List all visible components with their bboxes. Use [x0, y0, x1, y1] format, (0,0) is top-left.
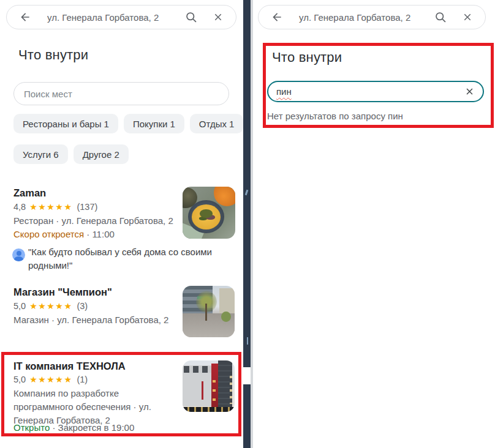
opening-status: Скоро откроется: [13, 229, 84, 239]
pumpkin-soup-photo[interactable]: [183, 187, 235, 239]
chip-shopping[interactable]: Покупки 1: [124, 114, 184, 133]
rating-value: 5,0: [13, 375, 26, 384]
tower-lit-windows: [230, 376, 232, 404]
search-query-text: ул. Генерала Горбатова, 2: [299, 12, 434, 23]
building-render-photo[interactable]: [183, 360, 235, 412]
chip-leisure[interactable]: Отдых 1: [190, 114, 244, 133]
place-name[interactable]: Магазин "Чемпион": [13, 286, 112, 298]
back-arrow-icon[interactable]: [19, 11, 31, 23]
base-shape: [183, 407, 235, 412]
tree-trunk-shape: [205, 304, 207, 321]
window-band-shape: [184, 366, 212, 373]
clear-input-icon[interactable]: [464, 86, 475, 97]
no-results-message: Нет результатов по запросу пин: [267, 111, 403, 121]
place-filter-input[interactable]: пин: [267, 81, 484, 102]
search-bar[interactable]: ул. Генерала Горбатова, 2: [258, 5, 486, 29]
review-quote-line2: родными!": [28, 260, 72, 271]
opening-status: Открыто: [13, 422, 50, 433]
map-label-fragment: [247, 337, 248, 345]
star-icons: ★★★★★: [29, 202, 72, 212]
star-icons: ★★★★★: [29, 301, 72, 311]
left-panel: ул. Генерала Горбатова, 2 Что внутри Рес…: [0, 0, 243, 448]
chip-other[interactable]: Другое 2: [74, 144, 129, 164]
place-search-input[interactable]: [13, 82, 229, 105]
search-bar[interactable]: ул. Генерала Горбатова, 2: [6, 5, 236, 29]
search-icon[interactable]: [185, 11, 198, 24]
bush-shape: [221, 312, 231, 322]
reviewer-avatar-icon: [12, 248, 25, 261]
page-title: Что внутри: [272, 50, 342, 65]
category-chip-row-2: Услуги 6 Другое 2: [13, 144, 129, 164]
chip-restaurants[interactable]: Рестораны и бары 1: [13, 114, 118, 133]
red-panel-windows: [213, 373, 216, 401]
opening-detail: · Закроется в 19:00: [50, 422, 134, 433]
building-right-shape: [219, 288, 235, 314]
opening-detail: · 11:00: [84, 229, 115, 239]
search-icon[interactable]: [434, 11, 447, 24]
category-line2: программного обеспечения · ул.: [13, 400, 151, 414]
review-quote-line1: "Как будто побывал у себя дома со своими: [28, 247, 212, 257]
rating-row: 5,0 ★★★★★ (3): [13, 301, 88, 311]
category-address: Ресторан · ул. Генерала Горбатова, 2: [13, 215, 173, 226]
category-address: Магазин · ул. Генерала Горбатова, 2: [13, 315, 168, 325]
star-icons: ★★★★★: [29, 375, 72, 384]
map-control-fragment: [243, 367, 251, 384]
hours-row: Скоро откроется · 11:00: [13, 229, 115, 239]
place-name[interactable]: IT компания ТЕХНОЛА: [13, 360, 126, 372]
rating-value: 5,0: [13, 301, 26, 311]
rating-value: 4,8: [13, 202, 26, 212]
street-view-photo[interactable]: [183, 286, 235, 337]
review-count: (3): [77, 301, 88, 311]
chip-services[interactable]: Услуги 6: [13, 144, 68, 164]
rating-row: 5,0 ★★★★★ (1): [13, 375, 88, 384]
hours-row: Открыто · Закроется в 19:00: [13, 422, 134, 433]
filter-input-value: пин: [276, 86, 292, 97]
close-icon[interactable]: [213, 12, 224, 23]
right-panel: ул. Генерала Горбатова, 2 Что внутри: [253, 0, 495, 448]
search-query-text: ул. Генерала Горбатова, 2: [47, 12, 185, 23]
category-chip-row-1: Рестораны и бары 1 Покупки 1 Отдых 1: [13, 114, 243, 133]
rating-row: 4,8 ★★★★★ (137): [13, 202, 97, 212]
close-icon[interactable]: [462, 12, 473, 23]
place-name[interactable]: Zaman: [13, 187, 46, 199]
page-title: Что внутри: [18, 47, 88, 63]
review-count: (137): [77, 202, 97, 212]
garnish-shape: [200, 209, 213, 218]
back-arrow-icon[interactable]: [271, 11, 283, 23]
category-address: Компания по разработке программного обес…: [13, 387, 151, 427]
review-count: (1): [77, 375, 88, 384]
red-line-shape: [202, 381, 203, 400]
category-line1: Компания по разработке: [13, 387, 151, 400]
